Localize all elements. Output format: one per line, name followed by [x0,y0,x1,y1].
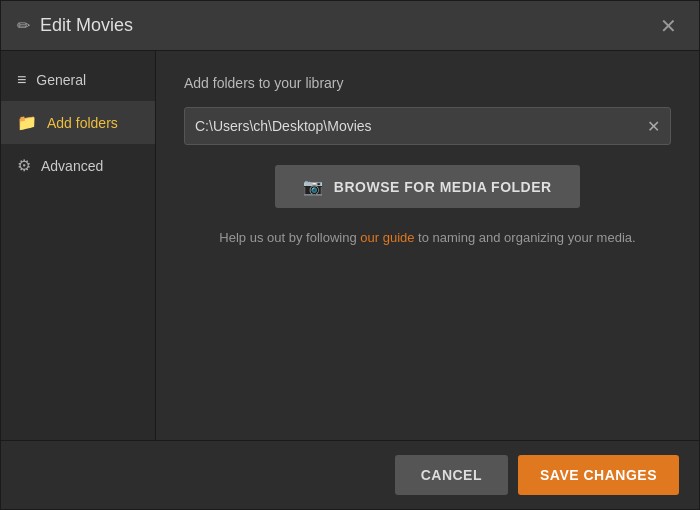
dialog-title-area: ✏ Edit Movies [17,15,133,36]
folder-icon: 📁 [17,113,37,132]
menu-icon: ≡ [17,71,26,89]
dialog-title: Edit Movies [40,15,133,36]
sidebar-item-general-label: General [36,72,86,88]
sidebar-item-general[interactable]: ≡ General [1,59,155,101]
camera-icon: 📷 [303,177,324,196]
main-content: Add folders to your library ✕ 📷 BROWSE F… [156,51,699,440]
sidebar-item-add-folders[interactable]: 📁 Add folders [1,101,155,144]
clear-folder-button[interactable]: ✕ [647,117,660,136]
sidebar-item-add-folders-label: Add folders [47,115,118,131]
sidebar: ≡ General 📁 Add folders ⚙ Advanced [1,51,156,440]
section-label: Add folders to your library [184,75,671,91]
our-guide-link[interactable]: our guide [360,230,414,245]
dialog-header: ✏ Edit Movies ✕ [1,1,699,51]
dialog-footer: CANCEL SAVE CHANGES [1,440,699,509]
sidebar-item-advanced[interactable]: ⚙ Advanced [1,144,155,187]
browse-button-label: BROWSE FOR MEDIA FOLDER [334,179,552,195]
edit-movies-dialog: ✏ Edit Movies ✕ ≡ General 📁 Add folders … [0,0,700,510]
cancel-button[interactable]: CANCEL [395,455,508,495]
folder-input-row: ✕ [184,107,671,145]
close-button[interactable]: ✕ [654,14,683,38]
folder-path-input[interactable] [195,118,639,134]
help-text: Help us out by following our guide to na… [184,230,671,245]
browse-for-media-folder-button[interactable]: 📷 BROWSE FOR MEDIA FOLDER [275,165,579,208]
help-text-before: Help us out by following [219,230,360,245]
sidebar-item-advanced-label: Advanced [41,158,103,174]
dialog-body: ≡ General 📁 Add folders ⚙ Advanced Add f… [1,51,699,440]
edit-icon: ✏ [17,16,30,35]
save-changes-button[interactable]: SAVE CHANGES [518,455,679,495]
gear-icon: ⚙ [17,156,31,175]
help-text-after: to naming and organizing your media. [415,230,636,245]
